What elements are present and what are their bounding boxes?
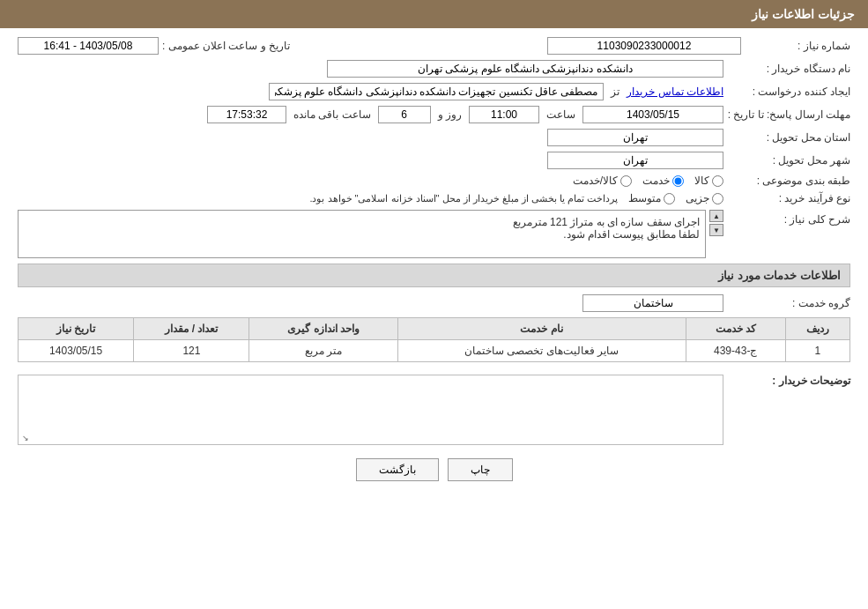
- print-button[interactable]: چاپ: [448, 458, 513, 481]
- cell-name: سایر فعالیت‌های تخصصی ساختمان: [397, 340, 686, 362]
- category-label: طبقه بندی موضوعی :: [727, 175, 850, 187]
- col-date: تاریخ نیاز: [19, 318, 134, 340]
- resize-handle[interactable]: ↘: [20, 434, 29, 442]
- scroll-down-btn[interactable]: ▼: [709, 224, 723, 236]
- buyer-notes-box[interactable]: ↘: [18, 375, 723, 445]
- days-input[interactable]: [378, 106, 431, 123]
- time-label: ساعت: [546, 108, 575, 121]
- page-header: جزئیات اطلاعات نیاز: [0, 0, 868, 28]
- cell-row: 1: [785, 340, 849, 362]
- scroll-up-btn[interactable]: ▲: [709, 210, 723, 222]
- province-input[interactable]: [547, 129, 723, 146]
- city-input[interactable]: [547, 152, 723, 169]
- purchase-motavasset-option[interactable]: متوسط: [628, 192, 675, 204]
- services-section-title: اطلاعات خدمات مورد نیاز: [18, 264, 850, 287]
- need-number-label: شماره نیاز :: [745, 40, 850, 52]
- back-button[interactable]: بازگشت: [356, 458, 439, 481]
- category-both-option[interactable]: کالا/خدمت: [573, 175, 632, 187]
- description-text: اجرای سقف سازه ای به متراژ 121 مترمربعلط…: [513, 216, 700, 241]
- creator-input[interactable]: [269, 83, 604, 100]
- service-group-input[interactable]: [582, 294, 723, 312]
- send-date-label: مهلت ارسال پاسخ: تا تاریخ :: [727, 108, 850, 121]
- buttons-row: چاپ بازگشت: [18, 458, 850, 481]
- remaining-label: ساعت باقی مانده: [293, 108, 371, 121]
- cell-code: ج-43-439: [686, 340, 785, 362]
- description-box: اجرای سقف سازه ای به متراژ 121 مترمربعلط…: [18, 210, 706, 258]
- category-kala-option[interactable]: کالا: [694, 175, 723, 187]
- purchase-type-radio-group: جزیی متوسط: [628, 192, 723, 204]
- purchase-motavasset-radio[interactable]: [664, 193, 675, 204]
- days-label: روز و: [438, 108, 462, 121]
- buyer-notes-label: توضیحات خریدار :: [727, 371, 850, 387]
- category-radio-group: کالا خدمت کالا/خدمت: [573, 175, 723, 187]
- date-announced-label: تاریخ و ساعت اعلان عمومی :: [162, 40, 290, 52]
- province-label: استان محل تحویل :: [727, 131, 850, 144]
- date-announced-input[interactable]: [18, 37, 159, 55]
- col-unit: واحد اندازه گیری: [249, 318, 397, 340]
- page-title: جزئیات اطلاعات نیاز: [752, 7, 855, 21]
- purchase-type-label: نوع فرآیند خرید :: [727, 192, 850, 204]
- category-khedmat-radio[interactable]: [672, 175, 684, 187]
- category-khedmat-option[interactable]: خدمت: [642, 175, 684, 187]
- remaining-input[interactable]: [207, 106, 286, 123]
- purchase-jozii-option[interactable]: جزیی: [686, 192, 723, 204]
- purchase-note: پرداخت تمام یا بخشی از مبلغ خریدار از مح…: [309, 193, 618, 204]
- service-group-label: گروه خدمت :: [727, 297, 850, 309]
- services-table: ردیف کد خدمت نام خدمت واحد اندازه گیری ت…: [18, 317, 850, 362]
- time-input[interactable]: [469, 106, 539, 123]
- buyer-org-label: نام دستگاه خریدار :: [727, 63, 850, 75]
- creator-label: ایجاد کننده درخواست :: [727, 85, 850, 98]
- col-qty: تعداد / مقدار: [134, 318, 249, 340]
- purchase-jozii-radio[interactable]: [712, 193, 723, 204]
- col-row: ردیف: [785, 318, 849, 340]
- description-label: شرح کلی نیاز :: [727, 210, 850, 226]
- col-name: نام خدمت: [397, 318, 686, 340]
- cell-qty: 121: [134, 340, 249, 362]
- table-row: 1 ج-43-439 سایر فعالیت‌های تخصصی ساختمان…: [19, 340, 850, 362]
- send-date-input[interactable]: [582, 106, 723, 123]
- col-code: کد خدمت: [686, 318, 785, 340]
- category-both-radio[interactable]: [620, 175, 632, 187]
- city-label: شهر محل تحویل :: [727, 154, 850, 167]
- need-number-input[interactable]: [547, 37, 741, 55]
- cell-date: 1403/05/15: [19, 340, 134, 362]
- contact-link[interactable]: اطلاعات تماس خریدار: [627, 85, 723, 98]
- buyer-org-input[interactable]: [327, 60, 723, 78]
- scroll-buttons: ▲ ▼: [709, 210, 723, 236]
- category-kala-radio[interactable]: [712, 175, 723, 187]
- cell-unit: متر مربع: [249, 340, 397, 362]
